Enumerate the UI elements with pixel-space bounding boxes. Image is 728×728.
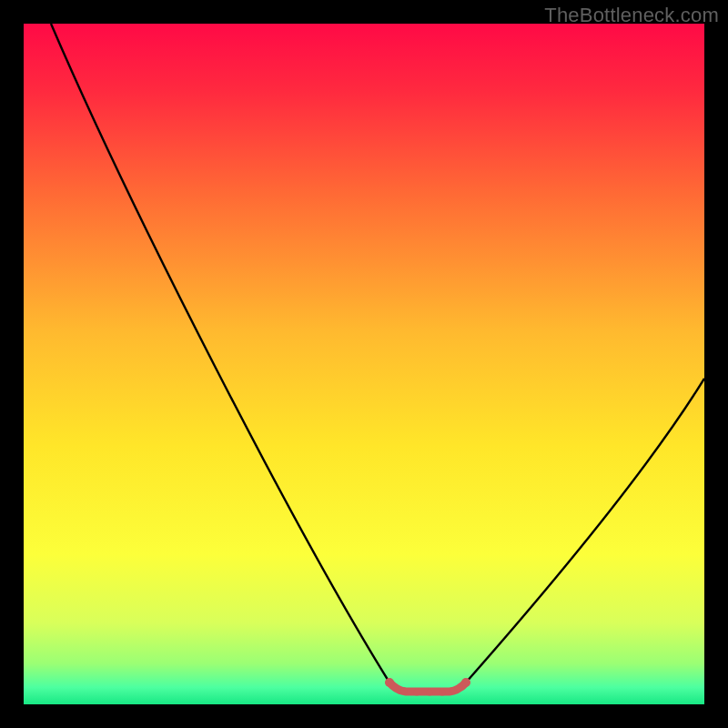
chart-frame: TheBottleneck.com <box>0 0 728 728</box>
svg-point-5 <box>427 690 433 696</box>
svg-point-7 <box>450 688 457 694</box>
svg-point-4 <box>414 690 420 696</box>
svg-point-1 <box>385 678 394 687</box>
svg-point-2 <box>461 678 470 687</box>
svg-point-6 <box>440 690 446 696</box>
watermark-text: TheBottleneck.com <box>544 4 719 27</box>
svg-point-3 <box>401 688 408 694</box>
bottleneck-curve <box>24 24 704 704</box>
plot-area <box>24 24 704 704</box>
